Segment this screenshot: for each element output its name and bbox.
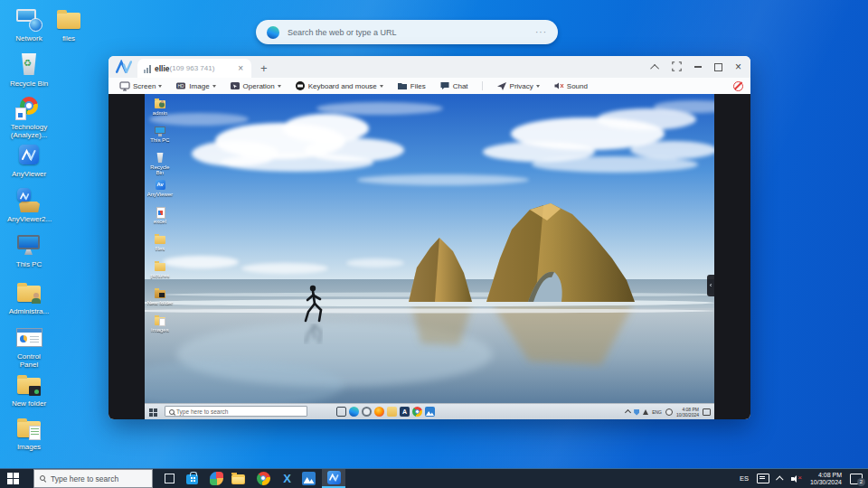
keyboard-mouse-menu-button[interactable]: Keyboard and mouse <box>295 80 383 91</box>
remote-notification-icon[interactable] <box>703 408 711 416</box>
window-titlebar[interactable]: ellie (109 963 741) × + × <box>108 56 750 78</box>
remote-icon-files[interactable]: files <box>146 233 174 251</box>
remote-file-explorer-icon[interactable] <box>387 407 397 417</box>
taskbar-clock[interactable]: 4:08 PM 10/30/2024 <box>810 472 842 486</box>
anyviewer-logo-icon <box>116 60 132 77</box>
desktop-icon-network[interactable]: Network <box>7 5 51 42</box>
keyboard-icon <box>295 80 306 91</box>
tab-close-icon[interactable]: × <box>236 63 245 73</box>
remote-taskbar[interactable]: Type here to search ENG <box>145 403 714 419</box>
this-pc-icon <box>14 231 44 258</box>
svg-text:HD: HD <box>178 83 185 89</box>
notification-badge: 2 <box>857 478 865 486</box>
remote-settings-icon[interactable] <box>362 407 372 417</box>
volume-muted-icon[interactable]: × <box>791 474 802 483</box>
remote-search-box[interactable]: Type here to search <box>165 406 307 417</box>
microsoft-store-icon[interactable] <box>186 474 198 484</box>
pinwheel-app-icon[interactable] <box>210 472 223 485</box>
windows-logo-icon <box>7 473 13 478</box>
desktop-icon-images[interactable]: Images <box>7 414 51 451</box>
recycle-bin-icon <box>14 51 44 78</box>
collapse-toolbar-icon[interactable] <box>650 63 659 72</box>
admin-folder-icon <box>14 278 44 305</box>
desktop-icon-technology[interactable]: Technology (Analyze)... <box>7 94 51 139</box>
remote-icon-admin[interactable]: admin <box>146 98 174 116</box>
desktop-icon-control-panel[interactable]: Control Panel <box>7 324 51 369</box>
remote-edge-icon[interactable] <box>349 407 359 417</box>
images-folder-icon <box>154 314 166 326</box>
screen-menu-button[interactable]: Screen <box>119 80 162 91</box>
session-disabled-icon <box>733 81 743 91</box>
anyviewer-taskbar-button[interactable] <box>322 469 345 488</box>
privacy-menu-button[interactable]: Privacy <box>496 80 540 91</box>
edge-search-bar[interactable]: Search the web or type a URL ··· <box>256 20 558 44</box>
remote-chrome-icon[interactable] <box>412 407 422 417</box>
shield-icon[interactable] <box>634 409 639 416</box>
remote-app-icon[interactable] <box>400 407 410 417</box>
hidden-icons-chevron[interactable] <box>776 475 783 483</box>
remote-clock[interactable]: 4:08 PM 10/30/2024 <box>676 407 699 418</box>
remote-task-view-icon[interactable] <box>336 407 346 417</box>
remote-firefox-icon[interactable] <box>374 407 384 417</box>
side-panel-toggle[interactable]: ‹ <box>707 275 714 296</box>
remote-icon-recycle-bin[interactable]: Recycle Bin <box>146 152 174 175</box>
notification-center-icon[interactable]: 2 <box>850 474 863 484</box>
session-tab[interactable]: ellie (109 963 741) × <box>137 59 251 78</box>
minimize-button[interactable] <box>694 66 702 68</box>
language-indicator[interactable]: ES <box>740 474 749 483</box>
network-tray-icon[interactable] <box>643 409 648 415</box>
sound-muted-icon <box>553 80 564 91</box>
admin-folder-icon <box>154 98 166 109</box>
document-file-icon <box>154 206 166 218</box>
more-options-icon[interactable]: ··· <box>535 27 547 37</box>
tab-device-id: (109 963 741) <box>170 64 237 72</box>
anyviewer-icon <box>154 179 166 191</box>
desktop-icon-anyviewer[interactable]: AnyViewer <box>7 141 51 178</box>
close-button[interactable]: × <box>735 61 741 72</box>
remote-tray-app-icon[interactable] <box>665 408 673 416</box>
tray-app-icon[interactable] <box>757 474 769 483</box>
desktop-icon-anyviewer-setup[interactable]: AnyViewer2... <box>7 186 51 223</box>
remote-screen[interactable]: admin This PC Recycle Bin AnyViewer exce… <box>145 94 714 419</box>
task-view-button[interactable] <box>165 474 175 483</box>
remote-icon-anyviewer[interactable]: AnyViewer <box>146 179 174 197</box>
folder-icon <box>53 5 84 33</box>
images-folder-icon <box>14 414 44 441</box>
operation-menu-button[interactable]: Operation <box>230 80 281 91</box>
remote-icon-new-folder[interactable]: New folder <box>146 287 174 305</box>
chat-button[interactable]: Chat <box>439 80 468 91</box>
files-button[interactable]: Files <box>397 80 426 91</box>
chrome-icon[interactable] <box>257 472 270 485</box>
pictures-app-icon[interactable] <box>302 472 316 485</box>
chevron-down-icon <box>278 85 281 88</box>
remote-start-button[interactable] <box>149 408 153 412</box>
remote-icon-excel[interactable]: excel <box>146 206 174 224</box>
x-app-icon[interactable]: X <box>280 472 294 485</box>
fullscreen-icon[interactable] <box>672 59 682 75</box>
remote-language-indicator[interactable]: ENG <box>652 409 662 415</box>
anyviewer-window: ellie (109 963 741) × + × Screen HD Imag… <box>108 56 750 419</box>
desktop-icon-recycle-bin[interactable]: Recycle Bin <box>7 51 51 88</box>
desktop-icon-this-pc[interactable]: This PC <box>7 231 51 268</box>
desktop-icon-files[interactable]: files <box>47 5 90 42</box>
desktop-icon-administrator[interactable]: Administra... <box>7 278 51 315</box>
remote-icon-pictures[interactable]: pictures <box>146 260 174 278</box>
remote-icon-images[interactable]: images <box>146 314 174 333</box>
new-tab-button[interactable]: + <box>260 61 268 75</box>
anyviewer-setup-icon <box>14 186 44 213</box>
taskbar-search-box[interactable]: Type here to search <box>33 469 153 488</box>
chevron-up-icon[interactable] <box>625 408 631 415</box>
remote-icon-this-pc[interactable]: This PC <box>146 125 174 143</box>
desktop-icon-new-folder[interactable]: New folder <box>7 371 51 408</box>
remote-system-tray[interactable]: ENG 4:08 PM 10/30/2024 <box>626 404 711 419</box>
maximize-button[interactable] <box>714 63 722 71</box>
sound-button[interactable]: Sound <box>553 80 588 91</box>
remote-photos-icon[interactable] <box>425 407 435 417</box>
new-folder-icon <box>154 287 166 299</box>
image-menu-button[interactable]: HD Image <box>175 80 215 91</box>
file-explorer-icon[interactable] <box>231 474 245 484</box>
session-toolbar: Screen HD Image Operation Keyboard and m… <box>108 78 750 95</box>
new-folder-icon <box>14 371 44 398</box>
chevron-down-icon <box>536 85 540 88</box>
start-button[interactable] <box>0 469 33 488</box>
